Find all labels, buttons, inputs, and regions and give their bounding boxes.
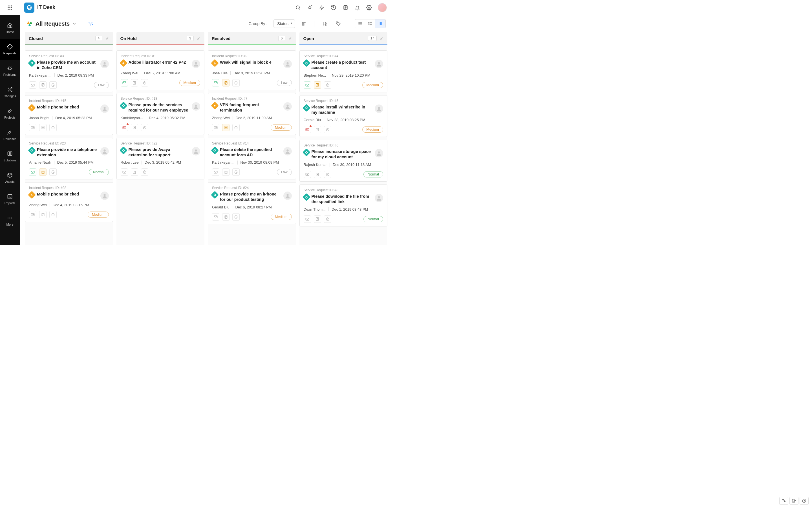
mail-icon[interactable] (121, 124, 128, 131)
mail-icon[interactable] (304, 216, 311, 223)
timer-icon[interactable] (232, 79, 240, 87)
request-card[interactable]: Service Request ID: #4 Please create a p… (299, 50, 388, 93)
mail-icon[interactable] (212, 124, 219, 131)
apps-menu-button[interactable] (0, 0, 20, 15)
view-detail-icon[interactable] (365, 19, 375, 28)
note-icon[interactable] (131, 168, 138, 176)
sidebar-item-problems[interactable]: Problems (0, 60, 20, 81)
sidebar-item-home[interactable]: Home (0, 17, 20, 38)
assignee-avatar[interactable] (375, 149, 383, 158)
request-card[interactable]: Service Request ID: #8 Please download t… (299, 184, 388, 226)
view-list-icon[interactable] (355, 19, 365, 28)
chevron-down-icon[interactable] (72, 22, 77, 25)
group-by-select[interactable]: Status (273, 19, 295, 28)
mail-icon[interactable] (121, 79, 128, 87)
request-card[interactable]: Incident Request ID: #2 Weak wifi signal… (208, 50, 296, 90)
request-card[interactable]: Service Request ID: #14 Please delete th… (208, 138, 296, 180)
assignee-avatar[interactable] (283, 147, 292, 156)
mail-icon[interactable] (212, 79, 219, 87)
request-card[interactable]: Service Request ID: #5 Please install Wi… (299, 95, 388, 137)
note-icon[interactable] (222, 124, 230, 131)
sidebar-item-solutions[interactable]: Solutions (0, 146, 20, 167)
request-card[interactable]: Service Request ID: #6 Please increase s… (299, 140, 388, 182)
assignee-avatar[interactable] (192, 147, 200, 156)
assignee-avatar[interactable] (100, 191, 109, 200)
timer-icon[interactable] (232, 168, 240, 176)
bell-icon[interactable] (354, 4, 360, 11)
filter-add-icon[interactable] (88, 21, 93, 26)
timer-icon[interactable] (141, 79, 148, 87)
timer-icon[interactable] (49, 168, 57, 176)
sidebar-item-changes[interactable]: Changes (0, 82, 20, 103)
assignee-avatar[interactable] (375, 60, 383, 68)
tag-icon[interactable] (335, 20, 342, 27)
note-icon[interactable] (314, 81, 321, 89)
mail-icon[interactable] (212, 168, 219, 176)
timer-icon[interactable] (232, 124, 240, 131)
mail-icon[interactable] (304, 126, 311, 133)
view-kanban-icon[interactable] (375, 19, 386, 28)
mail-icon[interactable] (304, 171, 311, 178)
mail-icon[interactable] (29, 168, 36, 176)
assignee-avatar[interactable] (283, 191, 292, 200)
note-icon[interactable] (222, 168, 230, 176)
mail-icon[interactable] (304, 81, 311, 89)
pin-icon[interactable] (105, 36, 109, 40)
search-icon[interactable] (295, 4, 301, 11)
sidebar-item-assets[interactable]: Assets (0, 167, 20, 188)
request-card[interactable]: Incident Request ID: #28 Mobile phone br… (25, 182, 113, 222)
timer-icon[interactable] (49, 124, 57, 131)
note-icon[interactable] (314, 171, 321, 178)
assignee-avatar[interactable] (192, 60, 200, 68)
request-card[interactable]: Service Request ID: #24 Please provide m… (208, 182, 296, 224)
assignee-avatar[interactable] (100, 60, 109, 68)
sort-az-icon[interactable]: AZ (322, 20, 328, 27)
mail-icon[interactable] (29, 124, 36, 131)
request-card[interactable]: Incident Request ID: #7 VPN facing frequ… (208, 93, 296, 135)
timer-icon[interactable] (49, 211, 57, 218)
request-card[interactable]: Incident Request ID: #15 Mobile phone br… (25, 95, 113, 135)
view-title[interactable]: All Requests (36, 20, 70, 27)
timer-icon[interactable] (232, 213, 240, 221)
sidebar-item-requests[interactable]: Requests (0, 39, 20, 60)
note-icon[interactable] (314, 216, 321, 223)
note-icon[interactable] (39, 211, 47, 218)
gear-icon[interactable] (366, 4, 372, 11)
note-icon[interactable] (222, 79, 230, 87)
mail-icon[interactable] (121, 168, 128, 176)
pin-icon[interactable] (197, 36, 200, 40)
assignee-avatar[interactable] (100, 105, 109, 113)
assignee-avatar[interactable] (100, 147, 109, 156)
request-card[interactable]: Service Request ID: #22 Please provide A… (116, 138, 205, 180)
note-icon[interactable] (39, 81, 47, 89)
timer-icon[interactable] (324, 216, 331, 223)
pin-icon[interactable] (379, 36, 384, 40)
note-icon[interactable] (314, 126, 321, 133)
note-icon[interactable] (222, 213, 230, 221)
timer-icon[interactable] (324, 171, 331, 178)
timer-icon[interactable] (141, 168, 148, 176)
pin-icon[interactable] (288, 36, 292, 40)
assignee-avatar[interactable] (283, 60, 292, 68)
request-card[interactable]: Incident Request ID: #1 Adobe illustrato… (116, 50, 205, 90)
history-icon[interactable] (331, 4, 337, 11)
timer-icon[interactable] (49, 81, 57, 89)
request-card[interactable]: Service Request ID: #3 Please provide me… (25, 50, 113, 93)
request-card[interactable]: Service Request ID: #23 Please provide m… (25, 138, 113, 180)
sidebar-item-projects[interactable]: Projects (0, 103, 20, 124)
bolt-icon[interactable] (319, 4, 325, 11)
note-icon[interactable] (131, 124, 138, 131)
pin-add-icon[interactable] (307, 4, 313, 11)
assignee-avatar[interactable] (192, 102, 200, 111)
mail-icon[interactable] (29, 81, 36, 89)
timer-icon[interactable] (324, 126, 331, 133)
mail-icon[interactable] (212, 213, 219, 221)
note-icon[interactable] (39, 124, 47, 131)
sidebar-item-reports[interactable]: Reports (0, 189, 20, 210)
timer-icon[interactable] (141, 124, 148, 131)
sidebar-item-releases[interactable]: Releases (0, 124, 20, 145)
mail-icon[interactable] (29, 211, 36, 218)
sidebar-item-more[interactable]: More (0, 210, 20, 231)
sliders-icon[interactable] (301, 20, 307, 27)
request-card[interactable]: Service Request ID: #18 Please provide t… (116, 93, 205, 135)
